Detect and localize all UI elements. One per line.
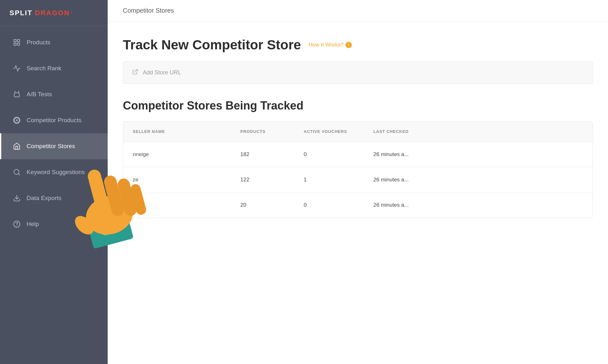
table-row[interactable]: RYO 20 0 26 minutes a... (123, 192, 592, 218)
table-row[interactable]: ze 122 1 26 minutes a... (123, 167, 592, 192)
table-row[interactable]: nneige 182 0 26 minutes a... (123, 142, 592, 167)
sidebar: SPLIT DRAGON ↑ Products Search Rank (0, 0, 108, 364)
sidebar-item-search-rank[interactable]: Search Rank (0, 55, 108, 81)
row3-last-checked: 26 minutes a... (364, 196, 592, 215)
svg-rect-3 (14, 43, 16, 45)
svg-rect-1 (17, 40, 20, 42)
table-header: SELLER NAME PRODUCTS ACTIVE VOUCHERS LAS… (123, 122, 592, 142)
data-exports-icon (13, 194, 21, 202)
data-exports-label: Data Exports (27, 195, 61, 202)
tracked-section-heading: Competitor Stores Being Tracked (123, 99, 593, 112)
competitors-table: SELLER NAME PRODUCTS ACTIVE VOUCHERS LAS… (123, 121, 593, 218)
info-icon: i (345, 42, 352, 48)
svg-rect-0 (14, 40, 16, 42)
sidebar-item-competitor-stores[interactable]: Competitor Stores (0, 133, 108, 159)
sidebar-nav: Products Search Rank A/B Tests (0, 26, 108, 237)
row1-vouchers: 0 (294, 145, 364, 164)
svg-line-11 (135, 70, 137, 72)
help-icon (13, 220, 21, 228)
competitor-stores-icon (13, 142, 21, 150)
page-heading-row: Track New Competitor Store How It Works?… (123, 37, 593, 53)
row2-last-checked: 26 minutes a... (364, 170, 592, 189)
row3-seller: RYO (123, 196, 231, 215)
sidebar-item-keyword-suggestions[interactable]: Keyword Suggestions (0, 159, 108, 185)
search-rank-icon (13, 64, 21, 72)
keyword-suggestions-label: Keyword Suggestions (27, 169, 85, 176)
col-last-checked: LAST CHECKED (364, 127, 592, 136)
svg-rect-2 (17, 43, 20, 45)
sidebar-item-competitor-products[interactable]: Competitor Products (0, 107, 108, 133)
logo-dragon: DRAGON (35, 9, 70, 17)
row2-products: 122 (231, 170, 294, 189)
row2-vouchers: 1 (294, 170, 364, 189)
row3-vouchers: 0 (294, 196, 364, 215)
logo-split: SPLIT (10, 9, 32, 17)
competitor-products-label: Competitor Products (27, 117, 81, 124)
main-content: Competitor Stores Track New Competitor S… (108, 0, 608, 364)
row1-seller: nneige (123, 145, 231, 164)
svg-point-5 (16, 120, 17, 121)
help-label: Help (27, 221, 39, 228)
svg-line-7 (18, 174, 20, 175)
row1-last-checked: 26 minutes a... (364, 145, 592, 164)
col-products: PRODUCTS (231, 127, 294, 136)
ab-tests-icon (13, 90, 21, 98)
col-active-vouchers: ACTIVE VOUCHERS (294, 127, 364, 136)
row3-products: 20 (231, 196, 294, 215)
row2-seller: ze (123, 170, 231, 189)
top-bar: Competitor Stores (108, 0, 608, 22)
sidebar-item-ab-tests[interactable]: A/B Tests (0, 81, 108, 107)
products-icon (13, 38, 21, 47)
keyword-suggestions-icon (13, 168, 21, 176)
sidebar-item-help[interactable]: Help (0, 211, 108, 237)
col-seller-name: SELLER NAME (123, 127, 231, 136)
products-label: Products (27, 39, 50, 46)
how-it-works-link[interactable]: How It Works? i (308, 42, 352, 48)
page-heading: Track New Competitor Store (123, 37, 301, 53)
search-rank-label: Search Rank (27, 65, 61, 72)
logo: SPLIT DRAGON ↑ (0, 0, 108, 26)
sidebar-item-products[interactable]: Products (0, 29, 108, 55)
how-it-works-text: How It Works? (308, 42, 343, 48)
add-store-placeholder: Add Store URL (143, 69, 181, 76)
external-link-icon (132, 69, 138, 77)
ab-tests-label: A/B Tests (27, 91, 52, 98)
add-store-box[interactable]: Add Store URL (123, 61, 593, 84)
top-bar-title: Competitor Stores (123, 7, 174, 14)
logo-arrow: ↑ (70, 10, 73, 16)
sidebar-item-data-exports[interactable]: Data Exports (0, 185, 108, 211)
content-area: Track New Competitor Store How It Works?… (108, 22, 608, 234)
competitor-products-icon (13, 116, 21, 124)
competitor-stores-label: Competitor Stores (27, 143, 75, 150)
row1-products: 182 (231, 145, 294, 164)
